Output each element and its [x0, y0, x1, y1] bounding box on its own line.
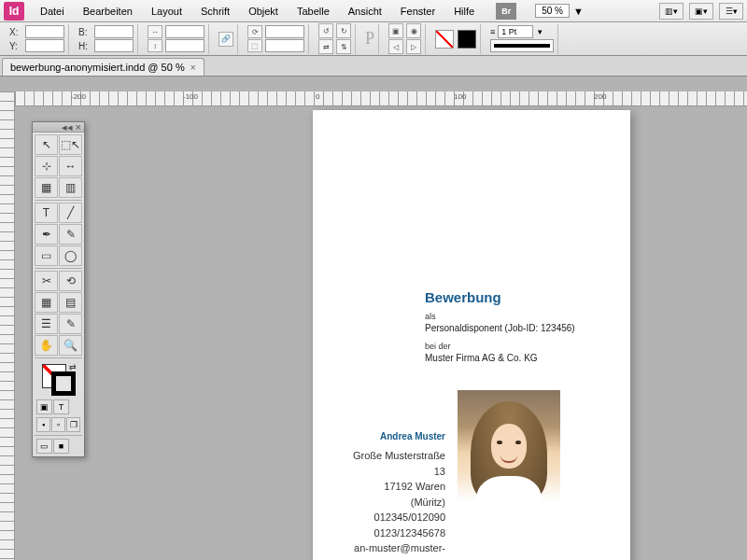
menu-ansicht[interactable]: Ansicht: [340, 3, 390, 20]
formatting-text-icon[interactable]: T: [53, 399, 69, 414]
content-placer-tool[interactable]: ▥: [59, 177, 82, 198]
gradient-swatch-tool[interactable]: ▦: [35, 292, 58, 313]
doc-text-bei: bei der: [425, 342, 451, 351]
menu-layout[interactable]: Layout: [143, 3, 190, 20]
ruler-mark: 100: [454, 92, 466, 101]
bridge-button[interactable]: Br: [496, 3, 516, 20]
document-tab-bar: bewerbung-anonymisiert.indd @ 50 % ×: [0, 56, 747, 77]
h-label: H:: [78, 41, 92, 51]
gradient-feather-tool[interactable]: ▤: [59, 292, 82, 313]
y-input[interactable]: [25, 39, 64, 52]
h-input[interactable]: [94, 39, 134, 52]
menu-datei[interactable]: Datei: [32, 3, 73, 20]
menu-tabelle[interactable]: Tabelle: [289, 3, 338, 20]
content-select-icon[interactable]: ◉: [406, 23, 421, 38]
addr-line: an-muster@muster-abc.de: [350, 540, 445, 560]
apply-gradient-icon[interactable]: ▫: [51, 417, 65, 432]
arrange-icon[interactable]: ☰▾: [719, 3, 743, 20]
ruler-mark: 200: [594, 92, 606, 101]
gap-tool[interactable]: ↔: [59, 156, 82, 176]
w-label: B:: [78, 27, 92, 37]
zoom-control[interactable]: 50 % ▼: [535, 4, 584, 18]
fill-stroke-swatches[interactable]: ⇄: [35, 360, 82, 398]
scale-y-icon[interactable]: ↕: [148, 39, 162, 52]
scale-y-input[interactable]: [165, 39, 204, 52]
menu-objekt[interactable]: Objekt: [240, 3, 287, 20]
note-tool[interactable]: ☰: [35, 314, 58, 334]
line-tool[interactable]: ╱: [59, 203, 82, 223]
flip-h-icon[interactable]: ⇄: [318, 39, 333, 54]
ruler-vertical[interactable]: [0, 91, 15, 560]
stroke-swatch[interactable]: [458, 30, 476, 49]
apply-none-icon[interactable]: ❐: [66, 417, 80, 432]
x-input[interactable]: [25, 25, 64, 38]
ellipse-tool[interactable]: ◯: [59, 245, 82, 266]
menu-hilfe[interactable]: Hilfe: [445, 3, 483, 20]
zoom-value[interactable]: 50 %: [535, 4, 570, 18]
ruler-mark: -100: [183, 92, 198, 101]
free-transform-tool[interactable]: ⟲: [59, 271, 82, 291]
addr-line: 0123/12345678: [350, 525, 445, 541]
swap-colors-icon[interactable]: ⇄: [69, 362, 77, 371]
type-tool[interactable]: T: [35, 203, 58, 223]
hand-tool[interactable]: ✋: [35, 335, 58, 356]
apply-color-icon[interactable]: ▪: [36, 417, 50, 432]
close-icon[interactable]: ×: [76, 121, 81, 133]
rotate-input[interactable]: [265, 25, 304, 38]
prev-object-icon[interactable]: ◁: [388, 39, 403, 54]
page-tool[interactable]: ⊹: [35, 156, 58, 176]
shear-icon[interactable]: ⬚: [247, 39, 262, 52]
doc-title: Bewerbung: [425, 289, 501, 305]
scale-x-input[interactable]: [165, 25, 204, 38]
pen-tool[interactable]: ✒: [35, 224, 58, 245]
stroke-color-swatch[interactable]: [51, 371, 76, 396]
ruler-mark: 0: [316, 92, 319, 101]
pencil-tool[interactable]: ✎: [59, 224, 82, 245]
menu-fenster[interactable]: Fenster: [392, 3, 444, 20]
rectangle-frame-tool[interactable]: ▭: [35, 245, 58, 266]
scissors-tool[interactable]: ✂: [35, 271, 58, 291]
rotate-ccw-icon[interactable]: ↺: [318, 23, 333, 38]
flip-v-icon[interactable]: ⇅: [336, 39, 351, 54]
stroke-style-select[interactable]: [490, 39, 554, 52]
zoom-tool[interactable]: 🔍: [59, 335, 82, 356]
direct-selection-tool[interactable]: ⬚↖: [59, 134, 82, 155]
ruler-horizontal[interactable]: -200 -100 0 100 200: [15, 91, 747, 106]
view-mode-icon[interactable]: ▥▾: [659, 3, 684, 20]
doc-text-als: als: [425, 312, 436, 321]
dropdown-icon[interactable]: ▼: [573, 6, 584, 17]
formatting-container-icon[interactable]: ▣: [36, 399, 52, 414]
preview-view-icon[interactable]: ■: [53, 439, 69, 454]
stroke-weight-input[interactable]: 1 Pt: [498, 25, 533, 38]
shear-input[interactable]: [265, 39, 304, 52]
screen-mode-icon[interactable]: ▣▾: [689, 3, 713, 20]
w-input[interactable]: [94, 25, 134, 38]
rotate-cw-icon[interactable]: ↻: [336, 23, 351, 38]
tab-close-icon[interactable]: ×: [190, 63, 196, 73]
constrain-icon[interactable]: 🔗: [218, 32, 233, 47]
ruler-mark: -200: [71, 92, 86, 101]
dropdown-icon[interactable]: ▼: [536, 28, 543, 36]
fill-swatch[interactable]: [435, 30, 454, 49]
scale-x-icon[interactable]: ↔: [148, 25, 162, 38]
addr-line: 17192 Waren (Müritz): [350, 479, 445, 510]
collapse-icon[interactable]: ◂◂: [62, 121, 73, 133]
menu-bearbeiten[interactable]: Bearbeiten: [75, 3, 141, 20]
selection-tool[interactable]: ↖: [35, 134, 58, 155]
content-collector-tool[interactable]: ▦: [35, 177, 58, 198]
normal-view-icon[interactable]: ▭: [36, 439, 52, 454]
document-tab[interactable]: bewerbung-anonymisiert.indd @ 50 % ×: [2, 58, 204, 76]
app-logo: Id: [4, 2, 24, 21]
eyedropper-tool[interactable]: ✎: [59, 314, 82, 334]
toolbox-header[interactable]: ◂◂×: [33, 122, 84, 133]
container-select-icon[interactable]: ▣: [388, 23, 403, 38]
addr-line: 012345/012090: [350, 510, 445, 525]
menu-schrift[interactable]: Schrift: [192, 3, 238, 20]
menu-bar: Id Datei Bearbeiten Layout Schrift Objek…: [0, 0, 747, 22]
paragraph-icon: P: [365, 29, 374, 49]
rotate-icon[interactable]: ⟳: [247, 25, 262, 38]
toolbox-panel[interactable]: ◂◂× ↖ ⬚↖ ⊹ ↔ ▦ ▥ T ╱ ✒ ✎ ▭ ◯ ✂ ⟲ ▦ ▤ ☰ ✎…: [32, 121, 85, 457]
next-object-icon[interactable]: ▷: [406, 39, 421, 54]
doc-company: Muster Firma AG & Co. KG: [425, 353, 538, 363]
document-page[interactable]: Bewerbung als Personaldisponent (Job-ID:…: [313, 110, 630, 560]
